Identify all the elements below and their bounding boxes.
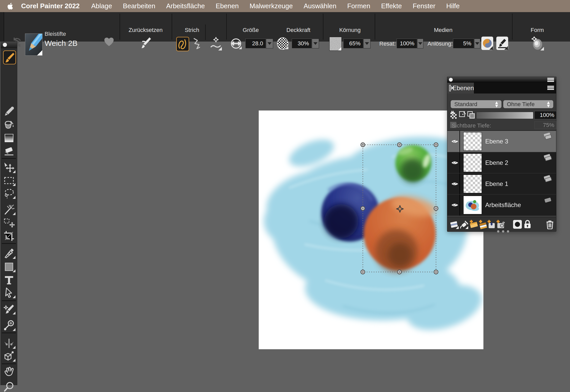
- tool-paint-bucket[interactable]: [1, 118, 17, 131]
- menu-malwerkzeuge[interactable]: Malwerkzeuge: [244, 2, 298, 10]
- visibility-eye-icon[interactable]: [451, 202, 459, 208]
- bleed-dropdown-button[interactable]: [474, 39, 480, 48]
- bleed-value[interactable]: 5%: [453, 39, 474, 48]
- apple-menu[interactable]: [7, 2, 15, 10]
- layer-opacity-value[interactable]: 100%: [534, 111, 557, 119]
- property-bar-grip[interactable]: [0, 12, 4, 41]
- stroke-options-button[interactable]: [210, 36, 222, 51]
- grain-paper-thumbnail[interactable]: [329, 37, 342, 51]
- layer-opacity-slider[interactable]: [476, 112, 533, 119]
- layer-row-ebene2[interactable]: Ebene 2: [447, 152, 556, 173]
- toolbox-close-button[interactable]: [3, 43, 7, 47]
- lock-layer-icon[interactable]: [524, 219, 531, 229]
- layers-stack-icon[interactable]: [467, 111, 475, 119]
- tool-stamp[interactable]: [1, 319, 17, 332]
- layer-commands-icon[interactable]: [450, 220, 459, 229]
- resat-value[interactable]: 100%: [397, 39, 417, 48]
- menu-bearbeiten[interactable]: Bearbeiten: [118, 2, 161, 10]
- menu-formen[interactable]: Formen: [342, 2, 376, 10]
- layer-thumbnail[interactable]: [463, 154, 482, 172]
- size-value[interactable]: 28.0: [245, 39, 266, 48]
- tool-gradient[interactable]: [1, 132, 17, 144]
- layer-row-arbeitsflaeche[interactable]: Arbeitsfläche: [447, 194, 556, 216]
- layer-thumbnail[interactable]: [463, 175, 482, 193]
- new-layer-icon[interactable]: [469, 219, 479, 229]
- favorite-heart-icon[interactable]: [104, 37, 114, 47]
- tool-magic-wand[interactable]: [1, 203, 17, 216]
- color-blend-mode-button[interactable]: [481, 37, 493, 50]
- tool-rect-shape[interactable]: [1, 260, 17, 273]
- tool-eraser[interactable]: [1, 145, 17, 158]
- menu-auswaehlen[interactable]: Auswählen: [298, 2, 342, 10]
- delete-layer-icon[interactable]: [546, 219, 554, 229]
- canvas-layer-thumbnail[interactable]: [463, 196, 482, 214]
- straight-line-stroke-button[interactable]: [191, 37, 202, 50]
- layer-thumbnail[interactable]: [463, 132, 482, 151]
- new-layer-mask-icon[interactable]: [496, 219, 505, 229]
- opacity-icon[interactable]: [277, 38, 289, 49]
- layer-name[interactable]: Ebene 2: [485, 159, 508, 166]
- dynamic-plugins-icon[interactable]: [460, 220, 468, 229]
- layers-panel-titlebar[interactable]: [447, 77, 556, 83]
- new-liquid-ink-layer-icon[interactable]: [487, 219, 496, 229]
- blend-mode-select[interactable]: Standard ▲▼: [451, 100, 501, 108]
- tool-magnifier[interactable]: [1, 380, 17, 392]
- brush-selector-thumbnail[interactable]: [25, 33, 43, 56]
- layer-row-ebene1[interactable]: Ebene 1: [447, 173, 556, 194]
- menu-ebenen[interactable]: Ebenen: [210, 2, 244, 10]
- panel-menu-icon[interactable]: [547, 78, 554, 82]
- depth-mode-select[interactable]: Ohne Tiefe ▲▼: [503, 100, 553, 108]
- tool-dropper[interactable]: [1, 105, 17, 118]
- layers-options-menu-icon[interactable]: [547, 86, 554, 90]
- layer-name[interactable]: Arbeitsfläche: [485, 201, 521, 209]
- tool-shape-select[interactable]: [1, 286, 17, 299]
- freehand-stroke-button[interactable]: [176, 37, 189, 51]
- tool-kaleidoscope[interactable]: [1, 350, 17, 363]
- dab-shape-icon[interactable]: [530, 36, 544, 51]
- flyout-indicator: [13, 359, 15, 362]
- grain-value[interactable]: 65%: [343, 39, 363, 48]
- layer-mask-indicator-icon[interactable]: [513, 220, 522, 229]
- tab-close-icon[interactable]: [449, 85, 451, 91]
- resat-dropdown-button[interactable]: [417, 39, 423, 48]
- tool-cloner[interactable]: [1, 303, 17, 316]
- tool-rect-select[interactable]: [1, 174, 17, 187]
- preserve-transparency-icon[interactable]: [450, 111, 458, 119]
- opacity-dropdown-button[interactable]: [312, 39, 319, 48]
- toolbox-titlebar[interactable]: [1, 41, 17, 48]
- tool-mirror-painting[interactable]: [1, 337, 17, 350]
- menu-effekte[interactable]: Effekte: [376, 2, 407, 10]
- toolbox-divider: [2, 333, 16, 333]
- grain-dropdown-button[interactable]: [363, 39, 371, 48]
- tool-crop[interactable]: [1, 229, 17, 242]
- tool-transform[interactable]: [1, 217, 17, 229]
- menu-hilfe[interactable]: Hilfe: [441, 2, 465, 10]
- tool-layer-adjuster[interactable]: [1, 161, 17, 174]
- menu-fenster[interactable]: Fenster: [407, 2, 441, 10]
- tab-ebenen[interactable]: Ebenen: [447, 83, 474, 93]
- tool-grabber[interactable]: [1, 365, 17, 378]
- layer-name[interactable]: Ebene 1: [485, 180, 508, 188]
- panel-page-dots[interactable]: [497, 230, 509, 233]
- size-icon[interactable]: [230, 38, 242, 49]
- tool-brush[interactable]: [3, 50, 16, 64]
- tool-pen[interactable]: [1, 247, 17, 260]
- new-watercolor-layer-icon[interactable]: [478, 219, 488, 229]
- layer-row-ebene3[interactable]: Ebene 3: [447, 131, 556, 152]
- layer-name[interactable]: Ebene 3: [485, 138, 508, 145]
- menu-ablage[interactable]: Ablage: [86, 2, 118, 10]
- brush-loading-button[interactable]: [496, 37, 508, 50]
- panel-close-button[interactable]: [449, 78, 453, 82]
- tool-lasso[interactable]: [1, 187, 17, 200]
- pickup-underlying-color-icon[interactable]: [459, 111, 467, 119]
- opacity-value[interactable]: 30%: [292, 39, 312, 48]
- size-dropdown-button[interactable]: [266, 39, 273, 48]
- visibility-eye-icon[interactable]: [451, 160, 459, 165]
- visibility-eye-icon[interactable]: [451, 139, 459, 144]
- reset-brush-icon[interactable]: [139, 37, 152, 50]
- menu-arbeitsflaeche[interactable]: Arbeitsfläche: [161, 2, 210, 10]
- brush-variant-label[interactable]: Weich 2B: [45, 39, 78, 48]
- app-menu-title[interactable]: Corel Painter 2022: [15, 2, 86, 10]
- visibility-eye-icon[interactable]: [451, 181, 459, 186]
- tool-text[interactable]: [1, 274, 17, 287]
